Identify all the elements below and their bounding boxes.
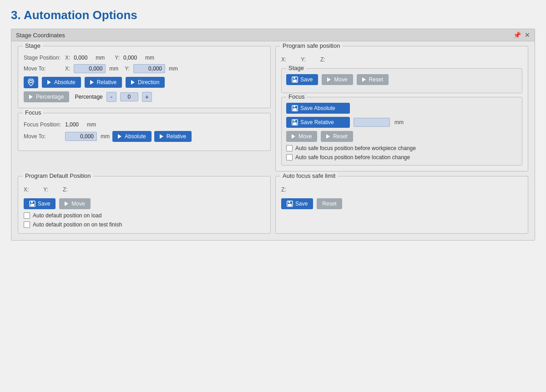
afsl-content: Z: Save (281, 185, 522, 209)
psp-checkbox2-row: Auto safe focus position before location… (286, 154, 517, 161)
stage-moveto-y-input[interactable] (133, 64, 165, 73)
stage-moveto-x-unit: mm (109, 65, 118, 72)
pdp-y-item: Y: (43, 186, 49, 193)
pdp-checkbox1[interactable] (24, 212, 30, 219)
stage-direction-button[interactable]: Direction (126, 77, 165, 88)
stage-panel-title: Stage (23, 42, 43, 49)
window-titlebar: Stage Coordinates 📌 ✕ (11, 29, 535, 41)
pdp-title: Program Default Position (23, 172, 93, 179)
psp-stage-move-label: Move (334, 76, 347, 83)
stage-buttons-row: Absolute Relative Direction (24, 76, 265, 88)
arrow-icon (362, 77, 366, 82)
pdp-y-label: Y: (43, 186, 48, 193)
psp-stage-reset-label: Reset (369, 76, 383, 83)
svg-rect-11 (30, 204, 34, 206)
focus-moveto-input[interactable] (65, 132, 97, 141)
afsl-z-item: Z: (281, 186, 287, 193)
window-body: Stage Stage Position: X: 0,000 mm Y: 0,0… (11, 41, 535, 240)
arrow-icon (47, 80, 51, 85)
focus-panel-title: Focus (23, 109, 43, 116)
psp-focus-mm-unit: mm (394, 119, 404, 126)
svg-rect-5 (293, 108, 297, 111)
stage-pin-button[interactable] (24, 76, 38, 88)
close-button[interactable]: ✕ (525, 31, 530, 39)
psp-checkbox2[interactable] (286, 154, 293, 161)
afsl-reset-label: Reset (322, 201, 336, 207)
arrow-icon (90, 80, 94, 85)
pct-plus-button[interactable]: + (142, 92, 152, 102)
psp-focus-save-relative-button[interactable]: Save Relative (286, 117, 350, 128)
psp-stage-save-button[interactable]: Save (286, 74, 318, 85)
psp-coords-row: X: Y: Z: (281, 55, 522, 65)
stage-moveto-x-input[interactable] (74, 64, 106, 73)
stage-absolute-button[interactable]: Absolute (42, 77, 81, 88)
location-pin-icon (27, 79, 35, 86)
afsl-z-label: Z: (281, 186, 286, 193)
psp-stage-reset-button[interactable]: Reset (357, 74, 389, 85)
psp-x-item: X: (281, 56, 287, 63)
save-icon (292, 105, 298, 111)
svg-rect-12 (31, 201, 33, 203)
save-icon (29, 201, 35, 207)
pdp-content: X: Y: Z: (24, 185, 265, 228)
psp-focus-reset-button[interactable]: Reset (321, 131, 353, 142)
psp-stage-content: Save Move Reset (286, 74, 517, 85)
page-title: 3. Automation Options (11, 8, 535, 22)
pct-value-display: 0 (120, 92, 138, 101)
psp-checkbox1-row: Auto safe focus position before workpiec… (286, 145, 517, 151)
focus-moveto-label: Move To: (24, 133, 62, 140)
svg-rect-6 (293, 106, 295, 107)
psp-stage-subpanel: Stage Save (281, 68, 522, 93)
stage-position-label: Stage Position: (24, 55, 62, 61)
psp-focus-save-absolute-row: Save Absolute (286, 103, 517, 114)
pdp-checkbox1-row: Auto default position on load (24, 212, 265, 219)
pdp-checkbox1-label: Auto default position on load (33, 212, 101, 219)
pdp-save-button[interactable]: Save (24, 198, 56, 209)
psp-focus-reset-label: Reset (333, 133, 347, 140)
window-title-label: Stage Coordinates (16, 32, 65, 39)
arrow-icon (118, 134, 121, 139)
psp-focus-title: Focus (286, 93, 307, 100)
pdp-buttons-row: Save Move (24, 198, 265, 209)
stage-relative-button[interactable]: Relative (85, 77, 122, 88)
stage-x-label: X: (65, 55, 70, 61)
pdp-checkbox2-row: Auto default position on on test finish (24, 221, 265, 228)
program-default-position-panel: Program Default Position X: Y: Z: (18, 176, 271, 234)
stage-moveto-row: Move To: X: mm Y: mm (24, 64, 265, 73)
auto-focus-safe-limit-panel: Auto focus safe limit Z: (275, 176, 528, 234)
pdp-move-button[interactable]: Move (59, 198, 90, 209)
focus-absolute-button[interactable]: Absolute (112, 131, 152, 142)
psp-focus-move-reset-row: Move Reset (286, 131, 517, 142)
pin-button[interactable]: 📌 (513, 31, 521, 39)
focus-position-row: Focus Position: 1,000 mm (24, 121, 265, 128)
svg-rect-14 (288, 204, 292, 206)
pdp-x-item: X: (24, 186, 30, 193)
psp-focus-save-absolute-button[interactable]: Save Absolute (286, 103, 350, 114)
arrow-icon (292, 134, 295, 139)
psp-checkbox1-label: Auto safe focus position before workpiec… (295, 145, 416, 151)
pdp-checkbox2[interactable] (24, 221, 30, 228)
pct-minus-button[interactable]: - (106, 92, 116, 102)
stage-panel-content: Stage Position: X: 0,000 mm Y: 0,000 mm … (24, 55, 265, 102)
afsl-title: Auto focus safe limit (280, 172, 338, 179)
psp-checkbox1[interactable] (286, 145, 293, 151)
stage-direction-label: Direction (138, 79, 159, 85)
svg-rect-2 (293, 80, 297, 82)
psp-stage-title: Stage (286, 65, 306, 71)
svg-rect-9 (293, 120, 295, 121)
save-icon (292, 119, 298, 126)
stage-percentage-button[interactable]: Percentage (24, 91, 69, 102)
focus-relative-button[interactable]: Relative (154, 131, 192, 142)
afsl-save-button[interactable]: Save (281, 198, 313, 209)
psp-stage-move-button[interactable]: Move (322, 74, 353, 85)
stage-x-value: 0,000 (74, 55, 92, 61)
psp-focus-move-button[interactable]: Move (286, 131, 317, 142)
focus-moveto-row: Move To: mm Absolute Relative (24, 131, 265, 142)
pdp-coords-row: X: Y: Z: (24, 185, 265, 195)
stage-moveto-label: Move To: (24, 65, 62, 72)
psp-focus-relative-input[interactable] (354, 118, 390, 127)
stage-coordinates-window: Stage Coordinates 📌 ✕ Stage Stage Positi… (11, 29, 535, 241)
afsl-reset-button[interactable]: Reset (317, 198, 342, 209)
afsl-buttons-row: Save Reset (281, 198, 522, 209)
arrow-icon (65, 201, 68, 206)
